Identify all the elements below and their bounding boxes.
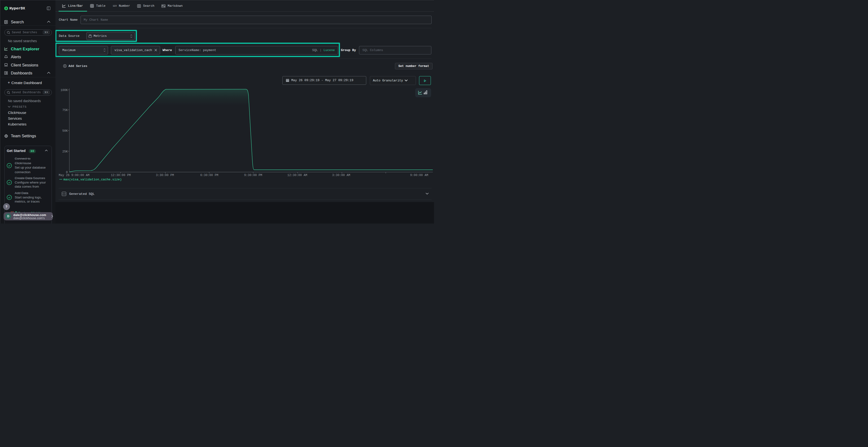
svg-text:May 26 9:00:00 AM: May 26 9:00:00 AM <box>59 174 90 177</box>
svg-text:max(visa_validation_cache.size: max(visa_validation_cache.size) <box>63 178 122 181</box>
svg-text:9:30:00 PM: 9:30:00 PM <box>244 174 262 177</box>
svg-text:3:30:00 AM: 3:30:00 AM <box>332 174 350 177</box>
svg-text:3:30:00 PM: 3:30:00 PM <box>156 174 174 177</box>
svg-text:9:00:00 AM: 9:00:00 AM <box>410 174 428 177</box>
svg-text:50K: 50K <box>62 129 68 133</box>
svg-text:100K: 100K <box>61 89 68 92</box>
svg-text:12:30:00 AM: 12:30:00 AM <box>287 174 307 177</box>
svg-text:25K: 25K <box>62 150 68 153</box>
svg-text:6:30:00 PM: 6:30:00 PM <box>200 174 218 177</box>
svg-text:75K: 75K <box>62 109 68 112</box>
svg-text:12:30:00 PM: 12:30:00 PM <box>111 174 131 177</box>
